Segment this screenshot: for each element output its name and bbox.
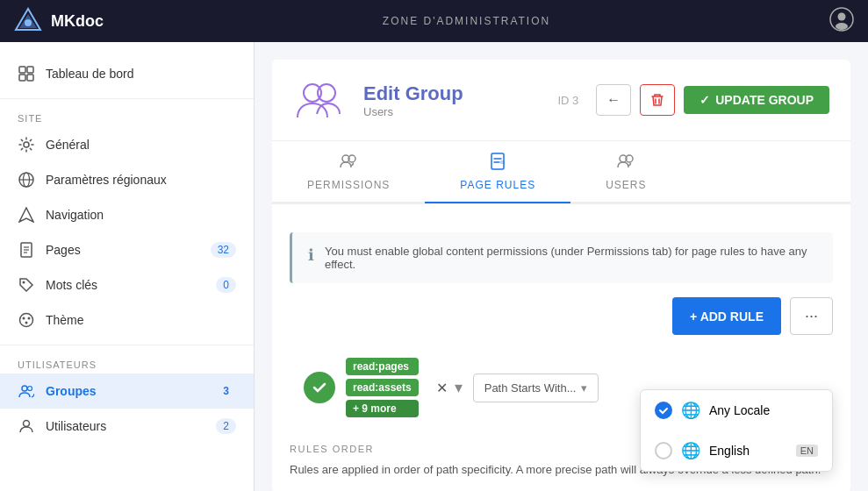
app-title: MKdoc	[51, 12, 104, 31]
perm-read-pages: read:pages	[346, 358, 419, 375]
group-title: Edit Group	[363, 82, 526, 105]
rule-close-button[interactable]: ✕	[436, 380, 448, 396]
group-id: ID 3	[557, 94, 578, 107]
path-starts-label: Path Starts With...	[484, 381, 577, 395]
checkmark-icon: ✓	[699, 93, 710, 107]
trash-icon	[650, 93, 664, 107]
info-box: ℹ You must enable global content permiss…	[290, 232, 833, 283]
permissions-tab-icon	[339, 152, 358, 175]
tabs: PERMISSIONS PAGE RULES USERS	[272, 141, 850, 203]
mots-cles-badge: 0	[216, 277, 236, 293]
users-section-label: Utilisateurs	[0, 352, 254, 374]
sidebar-item-navigation[interactable]: Navigation	[0, 197, 254, 232]
sidebar-item-theme[interactable]: Thème	[0, 302, 254, 338]
content-area: Edit Group Users ID 3 ← ✓ UPDATE GROUP	[255, 42, 868, 491]
topbar-left: MKdoc	[14, 7, 104, 35]
sidebar-item-general[interactable]: Général	[0, 127, 254, 162]
path-starts-with[interactable]: Path Starts With... ▾	[473, 374, 599, 402]
svg-point-26	[24, 421, 30, 427]
sidebar-item-utilisateurs[interactable]: Utilisateurs 2	[0, 409, 254, 444]
group-avatar	[293, 74, 346, 126]
sidebar-item-groupes[interactable]: Groupes 3	[0, 374, 254, 409]
grid-icon	[18, 65, 35, 82]
rule-row: read:pages read:assets + 9 more ✕ ▾ Path…	[290, 345, 833, 430]
globe-english-icon: 🌐	[681, 441, 700, 460]
svg-point-22	[28, 317, 31, 320]
locale-any-label: Any Locale	[709, 403, 770, 417]
users-tab-label: USERS	[606, 179, 646, 191]
settings-icon	[18, 136, 35, 153]
delete-button[interactable]	[640, 84, 675, 116]
tab-page-rules[interactable]: PAGE RULES	[425, 141, 570, 203]
tag-icon	[18, 276, 35, 294]
svg-point-21	[23, 317, 25, 320]
person-icon	[18, 417, 35, 435]
sidebar-label-navigation: Navigation	[46, 208, 104, 222]
sidebar-label-theme: Thème	[46, 313, 84, 327]
sidebar-item-mots-cles[interactable]: Mots clés 0	[0, 267, 254, 302]
svg-rect-32	[500, 160, 505, 164]
users-tab-icon	[616, 152, 635, 175]
chevron-down-icon: ▾	[455, 378, 463, 397]
groupes-badge: 3	[216, 383, 236, 399]
locale-dropdown: 🌐 Any Locale 🌐 English EN	[640, 389, 833, 472]
tab-users[interactable]: USERS	[570, 141, 681, 203]
permissions-tab-label: PERMISSIONS	[307, 179, 390, 191]
more-button[interactable]: ···	[790, 297, 833, 335]
svg-point-20	[20, 314, 33, 327]
topbar: MKdoc ZONE D'ADMINISTRATION	[0, 0, 868, 42]
svg-point-4	[838, 13, 846, 21]
sidebar-label-mots-cles: Mots clés	[46, 278, 97, 292]
svg-rect-6	[19, 67, 25, 73]
svg-point-25	[28, 387, 32, 391]
svg-point-19	[23, 281, 25, 284]
locale-english-check	[655, 442, 672, 459]
site-section-label: Site	[0, 106, 254, 127]
sidebar-item-pages[interactable]: Pages 32	[0, 232, 254, 267]
add-rule-row: + ADD RULE ···	[290, 297, 833, 335]
utilisateurs-badge: 2	[216, 418, 236, 434]
app-logo	[14, 7, 42, 35]
locale-en-badge: EN	[796, 445, 818, 457]
rule-check	[304, 372, 335, 403]
locale-item-any[interactable]: 🌐 Any Locale	[641, 390, 832, 431]
svg-rect-8	[19, 75, 25, 81]
sidebar-label-groupes: Groupes	[46, 384, 97, 398]
globe-any-icon: 🌐	[681, 401, 700, 420]
perm-more[interactable]: + 9 more	[346, 400, 419, 417]
globe-icon	[18, 171, 35, 189]
svg-rect-9	[27, 75, 33, 81]
page-rules-tab-label: PAGE RULES	[460, 179, 535, 191]
svg-point-10	[24, 142, 29, 147]
header-actions: ← ✓ UPDATE GROUP	[596, 84, 829, 116]
rule-permissions: read:pages read:assets + 9 more	[346, 358, 419, 417]
info-icon: ℹ	[308, 246, 314, 265]
zone-label: ZONE D'ADMINISTRATION	[383, 15, 550, 27]
group-subtitle: Users	[363, 105, 526, 118]
sidebar-label-pages: Pages	[46, 243, 81, 257]
sidebar-item-tableau-de-bord[interactable]: Tableau de bord	[0, 56, 254, 91]
svg-rect-7	[27, 67, 33, 73]
info-message: You must enable global content permissio…	[325, 245, 817, 271]
path-chevron-icon: ▾	[581, 381, 587, 395]
svg-point-23	[25, 322, 28, 324]
group-info: Edit Group Users	[363, 82, 526, 118]
sidebar-label-general: Général	[46, 138, 90, 152]
add-rule-button[interactable]: + ADD RULE	[672, 297, 781, 335]
update-group-button[interactable]: ✓ UPDATE GROUP	[684, 86, 829, 114]
locale-item-english[interactable]: 🌐 English EN	[641, 431, 832, 471]
sidebar-item-parametres-regionaux[interactable]: Paramètres régionaux	[0, 162, 254, 197]
page-rules-tab-icon	[488, 152, 507, 175]
group-icon	[18, 382, 35, 400]
main-layout: Tableau de bord Site Général Paramètres …	[0, 42, 868, 491]
tab-permissions[interactable]: PERMISSIONS	[272, 141, 425, 203]
sidebar-label-tableau-de-bord: Tableau de bord	[46, 67, 133, 81]
pages-badge: 32	[211, 242, 236, 258]
group-header: Edit Group Users ID 3 ← ✓ UPDATE GROUP	[272, 60, 850, 141]
sidebar-label-parametres: Paramètres régionaux	[46, 173, 167, 187]
user-icon[interactable]	[829, 7, 854, 35]
back-button[interactable]: ←	[596, 84, 631, 116]
locale-any-check	[655, 402, 672, 419]
svg-point-24	[22, 386, 27, 391]
sidebar-label-utilisateurs: Utilisateurs	[46, 419, 106, 433]
